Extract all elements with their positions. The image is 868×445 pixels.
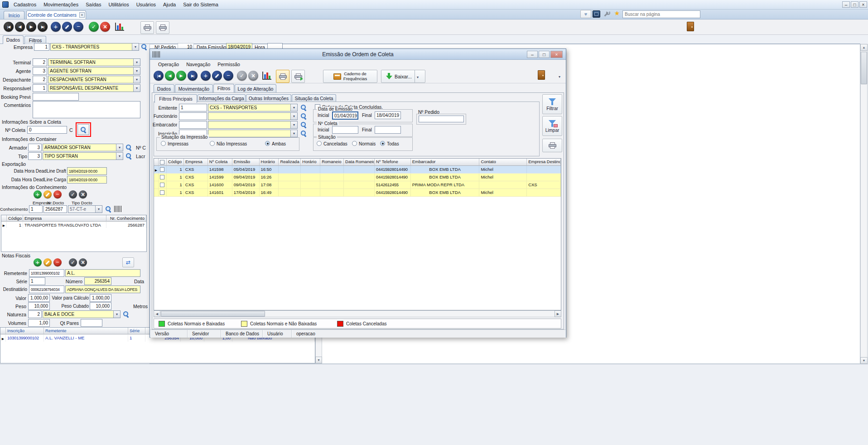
responsavel-combo[interactable]: RESPONSÁVEL DESPACHANTE (48, 84, 140, 92)
column-header[interactable]: Empresa Destino (527, 159, 561, 166)
notas-cancel-button[interactable] (79, 258, 87, 266)
row-checkbox-cell[interactable] (159, 166, 167, 173)
dialog-tab-filtros[interactable]: Filtros (213, 84, 234, 92)
column-header[interactable]: Código (7, 215, 23, 222)
conhecimento-confirm-button[interactable] (69, 190, 77, 198)
column-header[interactable]: Empresa (184, 159, 208, 166)
tab-inicio[interactable]: Início (4, 11, 24, 19)
baixar-button[interactable]: Baixar... (381, 70, 425, 83)
dialog-chart-button[interactable] (262, 72, 271, 80)
tab-close-icon[interactable]: × (79, 12, 85, 18)
peso-field[interactable]: 10,000 (28, 302, 50, 310)
despachante-code-field[interactable]: 2 (33, 76, 47, 83)
deadline-draft-field[interactable]: 18/04/2019 00:00 (67, 167, 107, 175)
volumes-field[interactable]: 1,00 (28, 319, 50, 327)
dialog-close-button[interactable]: × (550, 51, 563, 58)
window-minimize-button[interactable]: – (842, 1, 850, 8)
delete-button[interactable] (73, 22, 83, 32)
dialog-next-record-button[interactable] (176, 71, 186, 81)
agente-combo[interactable]: AGENTE SOFTRAN (48, 67, 140, 75)
conhecimento-empresa-field[interactable]: 1 (29, 205, 43, 213)
dialog-export-button[interactable] (291, 70, 305, 83)
dialog-exit-button[interactable] (538, 70, 548, 82)
limpar-button[interactable]: Limpar (542, 116, 562, 136)
table-row[interactable]: 1 CXS 141600 09/04/2019 17:08 5142612455… (154, 181, 561, 189)
print-preview-button[interactable] (156, 21, 169, 34)
inscricao-search-icon[interactable] (300, 130, 307, 137)
destinatario-code-field[interactable]: 00062108794034 (29, 285, 64, 293)
column-header[interactable]: Realizada (279, 159, 301, 166)
print-button[interactable] (140, 21, 154, 34)
valor-calc-field[interactable]: 1.000,00 (90, 294, 111, 302)
column-header[interactable]: Remetente (44, 328, 128, 334)
funcionario-code-field[interactable] (179, 112, 207, 120)
conhecimento-delete-button[interactable] (53, 190, 62, 198)
scroll-down-button[interactable]: ▼ (315, 357, 322, 363)
emitente-search-icon[interactable] (300, 104, 307, 111)
menu-saidas[interactable]: Saídas (82, 1, 105, 9)
dialog-maximize-button[interactable]: □ (539, 51, 550, 58)
notas-edit-button[interactable] (43, 258, 52, 266)
dialog-menu-permissao[interactable]: Permissão (214, 61, 244, 68)
exit-screen-button[interactable] (687, 22, 698, 34)
prev-record-button[interactable] (15, 22, 25, 32)
dialog-tab-movimentacao[interactable]: Movimentação (175, 84, 213, 92)
dialog-first-record-button[interactable] (154, 71, 164, 81)
embarcador-code-field[interactable] (179, 121, 207, 129)
filtrar-button[interactable]: Filtrar (542, 94, 562, 114)
natureza-search-icon[interactable] (123, 311, 130, 318)
notas-add-button[interactable] (34, 258, 42, 266)
empresa-code-field[interactable]: 1 (34, 43, 49, 51)
data-final-field[interactable]: 18/04/2019 (375, 111, 401, 119)
empresa-combo[interactable]: CXS - TRANSPORTES (50, 43, 139, 51)
scrollbar-thumb[interactable] (861, 52, 867, 84)
column-header[interactable]: Embarcador (411, 159, 480, 166)
subtab-filtros-principais[interactable]: Filtros Principais (154, 94, 197, 103)
dialog-cancel-button[interactable] (248, 71, 258, 81)
dialog-add-button[interactable] (201, 71, 211, 81)
dialog-prev-record-button[interactable] (165, 71, 175, 81)
select-all-header[interactable] (159, 159, 167, 166)
favorites-star-button[interactable]: ★ (613, 10, 621, 18)
caderno-frequencias-button[interactable]: Caderno deFrequências (323, 70, 377, 83)
confirm-button[interactable] (89, 22, 99, 32)
conhecimento-nrdocto-field[interactable]: 2566287 (43, 205, 67, 213)
scroll-right-button[interactable]: ▶ (555, 310, 561, 317)
funcionario-combo[interactable] (208, 112, 298, 120)
notas-confirm-button[interactable] (69, 258, 77, 266)
qt-pares-field[interactable] (81, 319, 102, 327)
menu-utilitarios[interactable]: Utilitários (105, 1, 132, 9)
subtab-outras-informacoes[interactable]: Outras Informações (246, 94, 291, 102)
terminal-combo[interactable]: TERMINAL SOFTRAN (48, 58, 140, 66)
last-record-button[interactable] (38, 22, 48, 32)
column-header[interactable]: Nº Telefone (375, 159, 411, 166)
peso-cubado-field[interactable]: 10,000 (90, 302, 111, 310)
radio-todas[interactable] (380, 141, 385, 146)
coletas-grid[interactable]: Código Empresa Nº Coleta Emissão Horário… (154, 158, 561, 310)
menu-movimentacoes[interactable]: Movimentações (40, 1, 82, 9)
dialog-grid-print-button[interactable] (542, 139, 562, 152)
notas-import-button[interactable]: ⇄ (122, 257, 134, 267)
natureza-code-field[interactable]: 2 (28, 310, 42, 318)
deadline-carga-field[interactable]: 18/04/2019 00:00 (67, 176, 107, 184)
barcode-icon[interactable] (114, 206, 121, 212)
radio-nao-impressas[interactable] (210, 141, 215, 146)
column-header[interactable]: Emissão (232, 159, 260, 166)
empresa-search-icon[interactable] (141, 44, 148, 50)
column-header[interactable]: Data Romaneio (344, 159, 375, 166)
conhecimento-cancel-button[interactable] (79, 190, 87, 198)
first-record-button[interactable] (4, 22, 14, 32)
scroll-up-button[interactable]: ▲ (860, 44, 868, 51)
n-pedido-field[interactable] (419, 116, 464, 122)
agente-code-field[interactable]: 3 (33, 67, 47, 75)
dialog-print-button[interactable] (276, 70, 289, 83)
tab-controle-containers[interactable]: Controle de Containers × (26, 10, 86, 19)
toolbar-overflow-chevron[interactable] (559, 73, 560, 79)
menu-cadastros[interactable]: Cadastros (10, 1, 40, 9)
column-header[interactable]: Nº Coleta (208, 159, 232, 166)
radio-normais[interactable] (352, 141, 357, 146)
dialog-menu-operacao[interactable]: Operação (154, 61, 183, 68)
armador-code-field[interactable]: 3 (28, 144, 42, 151)
coleta-inicial-field[interactable] (332, 126, 358, 134)
scroll-down-button[interactable]: ▼ (860, 357, 868, 364)
